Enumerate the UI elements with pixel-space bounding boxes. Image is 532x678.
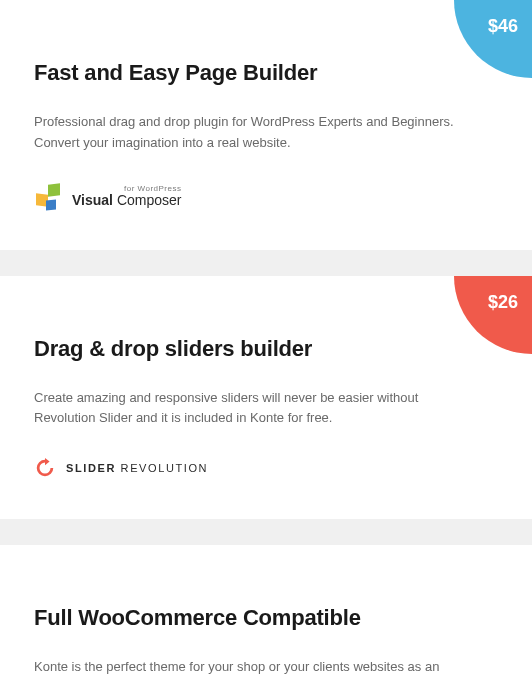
card-title: Full WooCommerce Compatible <box>34 605 498 631</box>
card-description: Konte is the perfect theme for your shop… <box>34 657 474 678</box>
feature-card-visual-composer: $46 Fast and Easy Page Builder Professio… <box>0 0 532 250</box>
price-text: $46 <box>488 16 518 37</box>
feature-card-slider-revolution: $26 Drag & drop sliders builder Create a… <box>0 276 532 520</box>
slider-revolution-wordmark: SLIDER REVOLUTION <box>66 462 208 474</box>
visual-composer-icon <box>34 182 62 210</box>
card-description: Professional drag and drop plugin for Wo… <box>34 112 474 154</box>
card-title: Drag & drop sliders builder <box>34 336 498 362</box>
price-text: $26 <box>488 292 518 313</box>
slider-revolution-icon <box>34 457 56 479</box>
feature-card-woocommerce: Full WooCommerce Compatible Konte is the… <box>0 545 532 678</box>
visual-composer-logo: for WordPress Visual Composer <box>34 182 498 210</box>
visual-composer-wordmark: for WordPress Visual Composer <box>72 185 181 207</box>
logo-maintext: Visual Composer <box>72 193 181 207</box>
slider-revolution-logo: SLIDER REVOLUTION <box>34 457 498 479</box>
card-description: Create amazing and responsive sliders wi… <box>34 388 474 430</box>
card-title: Fast and Easy Page Builder <box>34 60 498 86</box>
